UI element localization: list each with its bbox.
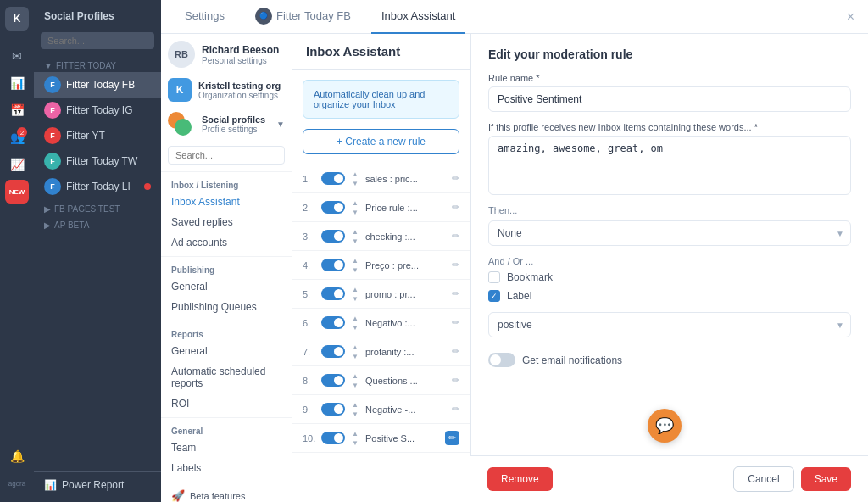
up-arrow-icon[interactable]: ▲ <box>350 400 360 409</box>
settings-inbox-assistant-link[interactable]: Inbox Assistant <box>161 192 292 212</box>
sidebar-group-fb-pages[interactable]: ▶ FB pages test <box>34 199 161 215</box>
then-select[interactable]: None Archive Assign Label Bookmark <box>488 220 851 246</box>
rule-edit-icon-2[interactable]: ✏ <box>452 202 459 213</box>
bookmark-checkbox[interactable] <box>488 271 500 283</box>
close-button[interactable]: × <box>847 9 854 25</box>
up-arrow-icon[interactable]: ▲ <box>350 371 360 380</box>
down-arrow-icon[interactable]: ▼ <box>350 179 360 187</box>
beta-features-link[interactable]: 🚀 Beta features <box>161 482 292 502</box>
rule-toggle-2[interactable] <box>321 201 345 214</box>
sidebar-item-fitter-yt[interactable]: F Fitter YT <box>34 123 161 148</box>
create-new-rule-button[interactable]: + Create a new rule <box>303 129 459 154</box>
sidebar-search-container <box>34 29 161 56</box>
save-button[interactable]: Save <box>801 467 851 491</box>
chat-support-button[interactable]: 💬 <box>648 409 682 443</box>
settings-saved-replies-link[interactable]: Saved replies <box>161 212 292 232</box>
rule-edit-icon-5[interactable]: ✏ <box>452 288 459 299</box>
down-arrow-icon[interactable]: ▼ <box>350 381 360 389</box>
rule-toggle-6[interactable] <box>321 316 345 329</box>
rule-toggle-10[interactable] <box>321 432 345 444</box>
nav-new-icon[interactable]: NEW <box>5 180 29 204</box>
rule-toggle-8[interactable] <box>321 374 345 387</box>
rule-edit-icon-1[interactable]: ✏ <box>452 173 459 184</box>
up-arrow-icon[interactable]: ▲ <box>350 314 360 322</box>
rule-toggle-9[interactable] <box>321 403 345 416</box>
tab-settings-label: Settings <box>185 9 225 22</box>
rule-toggle-3[interactable] <box>321 230 345 243</box>
rule-toggle-1[interactable] <box>321 172 345 185</box>
down-arrow-icon[interactable]: ▼ <box>350 237 360 245</box>
sidebar-group-fitter-today[interactable]: ▼ Fitter Today <box>34 56 161 72</box>
rule-edit-icon-3[interactable]: ✏ <box>452 231 459 242</box>
edit-footer: Remove Cancel Save <box>470 455 868 502</box>
user-settings-link[interactable]: RB Richard Beeson Personal settings <box>161 34 292 73</box>
rule-toggle-5[interactable] <box>321 287 345 300</box>
nav-messages-icon[interactable]: ✉ <box>5 44 29 68</box>
rule-edit-icon-10[interactable]: ✏ <box>445 431 459 445</box>
tab-settings[interactable]: Settings <box>175 0 235 34</box>
rule-edit-icon-8[interactable]: ✏ <box>452 375 459 386</box>
settings-roi-link[interactable]: ROI <box>161 393 292 414</box>
settings-publishing-queues-link[interactable]: Publishing Queues <box>161 297 292 317</box>
social-profiles-name: Social profiles <box>202 114 270 125</box>
down-arrow-icon[interactable]: ▼ <box>350 438 360 447</box>
sidebar-item-avatar: F <box>44 127 61 144</box>
nav-analytics-icon[interactable]: 📊 <box>5 71 29 95</box>
sidebar-title: Social Profiles <box>34 7 161 29</box>
settings-labels-link[interactable]: Labels <box>161 458 292 478</box>
rule-toggle-4[interactable] <box>321 259 345 271</box>
down-arrow-icon[interactable]: ▼ <box>350 323 360 332</box>
sidebar-power-report[interactable]: 📊 Power Report <box>34 471 161 495</box>
sidebar-item-fitter-today-tw[interactable]: F Fitter Today TW <box>34 148 161 174</box>
rule-edit-icon-9[interactable]: ✏ <box>452 404 459 415</box>
sidebar-item-fitter-today-fb[interactable]: F Fitter Today FB <box>34 72 161 98</box>
remove-button[interactable]: Remove <box>487 467 553 491</box>
user-avatar[interactable]: K <box>5 7 29 31</box>
up-arrow-icon[interactable]: ▲ <box>350 285 360 293</box>
tab-fitter-today-fb[interactable]: 🔵 Fitter Today FB <box>245 0 361 34</box>
org-settings-link[interactable]: K Kristell testing org Organization sett… <box>161 73 292 107</box>
sidebar-item-fitter-today-ig[interactable]: F Fitter Today IG <box>34 98 161 123</box>
cancel-button[interactable]: Cancel <box>733 466 793 492</box>
social-profiles-settings-link[interactable]: Social profiles Profile settings ▼ <box>161 107 292 141</box>
up-arrow-icon[interactable]: ▲ <box>350 343 360 351</box>
rule-edit-icon-7[interactable]: ✏ <box>452 346 459 357</box>
settings-team-link[interactable]: Team <box>161 438 292 458</box>
settings-publishing-general-link[interactable]: General <box>161 276 292 297</box>
up-arrow-icon[interactable]: ▲ <box>350 227 360 236</box>
up-arrow-icon[interactable]: ▲ <box>350 256 360 265</box>
nav-users-icon[interactable]: 👥2 <box>5 126 29 149</box>
bookmark-checkbox-row: Bookmark <box>488 271 851 283</box>
email-notifications-toggle[interactable] <box>488 353 515 367</box>
down-arrow-icon[interactable]: ▼ <box>350 294 360 303</box>
up-arrow-icon[interactable]: ▲ <box>350 170 360 178</box>
down-arrow-icon[interactable]: ▼ <box>350 410 360 418</box>
nav-bell-icon[interactable]: 🔔 <box>5 444 29 468</box>
label-value-select[interactable]: positive negative neutral <box>488 312 851 337</box>
up-arrow-icon[interactable]: ▲ <box>350 198 360 207</box>
social-avatar2 <box>175 119 192 136</box>
rule-num: 10. <box>303 433 316 443</box>
sidebar-search-input[interactable] <box>41 32 154 49</box>
down-arrow-icon[interactable]: ▼ <box>350 208 360 216</box>
sidebar-item-fitter-today-li[interactable]: F Fitter Today LI <box>34 174 161 199</box>
sidebar-group-ap-beta[interactable]: ▶ AP Beta <box>34 215 161 231</box>
nav-chart-icon[interactable]: 📈 <box>5 153 29 176</box>
rule-toggle-7[interactable] <box>321 345 345 358</box>
sidebar: Social Profiles ▼ Fitter Today F Fitter … <box>34 0 161 502</box>
words-input[interactable]: amazing, awesome, great, om <box>488 136 851 195</box>
rule-name-input[interactable] <box>488 86 851 112</box>
settings-nav-panel: RB Richard Beeson Personal settings K Kr… <box>161 34 292 502</box>
settings-ad-accounts-link[interactable]: Ad accounts <box>161 232 292 253</box>
nav-calendar-icon[interactable]: 📅 <box>5 98 29 122</box>
down-arrow-icon[interactable]: ▼ <box>350 352 360 360</box>
down-arrow-icon[interactable]: ▼ <box>350 265 360 274</box>
label-checkbox[interactable]: ✓ <box>488 290 500 302</box>
tab-inbox-assistant[interactable]: Inbox Assistant <box>371 0 465 34</box>
settings-reports-general-link[interactable]: General <box>161 341 292 361</box>
rule-edit-icon-4[interactable]: ✏ <box>452 259 459 271</box>
rule-edit-icon-6[interactable]: ✏ <box>452 317 459 328</box>
settings-auto-reports-link[interactable]: Automatic scheduled reports <box>161 361 292 393</box>
settings-search-input[interactable] <box>168 146 285 165</box>
up-arrow-icon[interactable]: ▲ <box>350 429 360 438</box>
